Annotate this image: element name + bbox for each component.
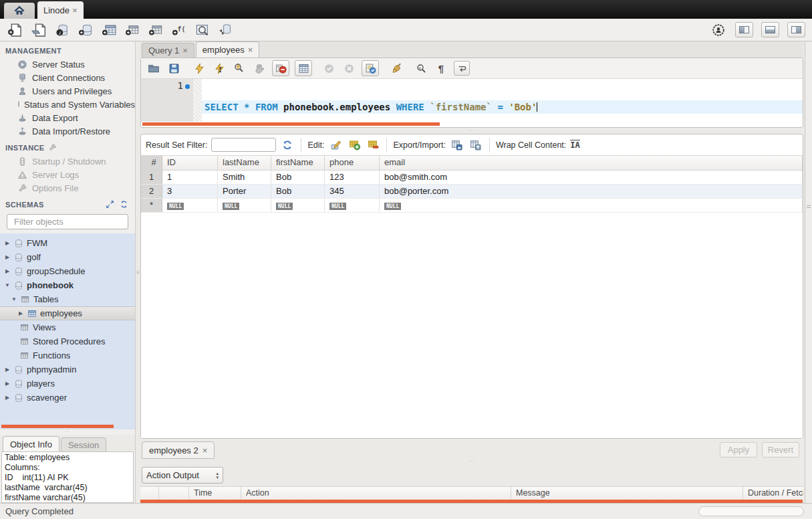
chevron-right-icon[interactable]: ▶	[17, 310, 24, 316]
refresh-schemas-icon[interactable]	[120, 200, 128, 209]
clear-editor-button[interactable]	[390, 61, 404, 76]
chevron-right-icon[interactable]: ▶	[4, 381, 11, 387]
wrap-cell-content-icon[interactable]: IA	[570, 140, 579, 150]
create-schema-button[interactable]	[77, 22, 94, 38]
word-wrap-button[interactable]	[454, 61, 470, 76]
col-header-lastname[interactable]: lastName	[218, 156, 271, 170]
sidebar-item-client-connections[interactable]: Client Connections	[0, 71, 135, 84]
reconnect-dbms-button[interactable]	[217, 22, 235, 38]
toggle-right-sidebar-button[interactable]	[787, 22, 805, 37]
connection-tab[interactable]: Linode ×	[37, 1, 84, 19]
output-col-duration[interactable]: Duration / Fetch	[743, 487, 803, 500]
sidebar-splitter-handle[interactable]: ⋯	[0, 429, 135, 435]
stop-on-error-toggle[interactable]	[272, 60, 289, 76]
close-icon[interactable]: ×	[72, 5, 78, 15]
save-button[interactable]	[166, 61, 181, 76]
output-col-message[interactable]: Message	[511, 487, 743, 500]
revert-button[interactable]: Revert	[762, 442, 799, 457]
toggle-left-sidebar-button[interactable]	[735, 22, 753, 37]
status-scrollbar-thumb[interactable]	[698, 506, 804, 516]
schema-node-golf[interactable]: ▶ golf	[0, 250, 135, 264]
search-table-data-button[interactable]	[194, 22, 211, 38]
output-splitter[interactable]: ⋯	[140, 459, 803, 464]
stop-query-button[interactable]	[252, 61, 267, 76]
execute-current-statement-button[interactable]: I	[212, 61, 227, 76]
sidebar-item-users-privileges[interactable]: Users and Privileges	[0, 84, 135, 98]
sidebar-item-options-file[interactable]: Options File	[0, 181, 135, 195]
import-records-icon[interactable]	[468, 138, 483, 152]
edit-record-icon[interactable]	[328, 138, 343, 152]
horizontal-scrollbar[interactable]	[1, 425, 114, 428]
close-icon[interactable]: ×	[248, 45, 253, 55]
sidebar-item-status-system-variables[interactable]: Status and System Variables	[0, 98, 135, 111]
sidebar-item-server-status[interactable]: Server Status	[0, 58, 135, 71]
toggle-bottom-panel-button[interactable]	[761, 22, 779, 37]
output-col-time[interactable]: Time	[189, 487, 241, 500]
rollback-button[interactable]	[342, 61, 356, 76]
col-header-firstname[interactable]: firstName	[271, 156, 325, 170]
open-sql-script-button[interactable]	[30, 22, 47, 38]
sidebar-item-data-import[interactable]: Data Import/Restore	[0, 124, 135, 138]
autocommit-toggle[interactable]	[362, 60, 379, 76]
close-icon[interactable]: ×	[182, 45, 188, 56]
schema-filter-input[interactable]	[14, 217, 132, 227]
tab-employees[interactable]: employees ×	[196, 41, 259, 58]
table-row[interactable]: 2 3 Porter Bob 345 bob@porter.com	[141, 185, 803, 199]
tab-employees-2[interactable]: employees 2 ×	[142, 441, 215, 459]
sidebar-item-server-logs[interactable]: Server Logs	[0, 168, 135, 181]
tab-object-info[interactable]: Object Info	[3, 436, 59, 451]
result-filter-input[interactable]	[211, 138, 276, 152]
chevron-right-icon[interactable]: ▶	[4, 240, 11, 246]
create-table-button[interactable]	[100, 22, 118, 38]
refresh-results-icon[interactable]	[280, 138, 295, 152]
tree-node-functions[interactable]: Functions	[0, 348, 135, 362]
collapsed-right-panel[interactable]	[805, 41, 812, 503]
chevron-down-icon[interactable]: ▼	[11, 296, 17, 302]
find-button[interactable]: A	[414, 61, 428, 76]
limit-rows-toggle[interactable]	[295, 60, 312, 76]
expand-schemas-icon[interactable]	[106, 200, 114, 209]
export-results-icon[interactable]	[450, 138, 464, 152]
code-editor[interactable]: 1 SELECT * FROM phonebook.employees WHER…	[141, 79, 803, 122]
col-header-id[interactable]: ID	[162, 156, 218, 170]
tab-query-1[interactable]: Query 1 ×	[142, 43, 194, 58]
output-col-action[interactable]: Action	[241, 487, 511, 500]
schema-node-fwm[interactable]: ▶ FWM	[0, 236, 135, 250]
tree-node-stored-procedures[interactable]: Stored Procedures	[0, 334, 135, 348]
col-header-rownum[interactable]: #	[141, 156, 162, 170]
output-type-select[interactable]: Action Output ▴▾	[142, 467, 223, 484]
chevron-right-icon[interactable]: ▶	[4, 268, 11, 274]
schema-inspector-button[interactable]: i	[53, 22, 71, 38]
create-view-button[interactable]	[124, 22, 141, 38]
schema-node-phpmyadmin[interactable]: ▶ phpmyadmin	[0, 362, 135, 377]
schema-node-players[interactable]: ▶ players	[0, 377, 135, 391]
table-row[interactable]: 1 1 Smith Bob 123 bob@smith.com	[141, 171, 803, 185]
schema-node-scavenger[interactable]: ▶ scavenger	[0, 391, 135, 405]
col-header-email[interactable]: email	[380, 156, 803, 170]
chevron-down-icon[interactable]: ▼	[4, 282, 11, 288]
tree-node-views[interactable]: Views	[0, 320, 135, 334]
tree-node-employees[interactable]: ▶ employees	[0, 306, 135, 320]
schema-node-phonebook[interactable]: ▼ phonebook	[0, 278, 135, 292]
sql-query-line[interactable]: SELECT * FROM phonebook.employees WHERE …	[202, 100, 803, 114]
tree-node-tables[interactable]: ▼ Tables	[0, 292, 135, 306]
chevron-right-icon[interactable]: ▶	[4, 254, 11, 260]
sidebar-item-data-export[interactable]: Data Export	[0, 111, 135, 124]
add-row-icon[interactable]	[347, 138, 362, 152]
editor-hscrollbar[interactable]	[141, 122, 803, 127]
vertical-splitter[interactable]: ≡	[136, 41, 140, 503]
preferences-icon[interactable]	[710, 22, 727, 38]
sidebar-item-startup-shutdown[interactable]: Startup / Shutdown	[0, 154, 135, 168]
chevron-right-icon[interactable]: ▶	[4, 395, 11, 401]
editor-result-splitter[interactable]: ⋯	[140, 128, 803, 134]
new-row[interactable]: * NULL NULL NULL NULL NULL	[141, 199, 803, 213]
create-function-button[interactable]	[170, 22, 188, 38]
apply-button[interactable]: Apply	[720, 442, 757, 457]
show-invisibles-button[interactable]: ¶	[434, 61, 448, 76]
execute-query-button[interactable]	[192, 61, 207, 76]
chevron-right-icon[interactable]: ▶	[4, 367, 11, 373]
tab-session[interactable]: Session	[61, 437, 106, 451]
home-tab[interactable]	[4, 3, 35, 19]
new-sql-tab-button[interactable]	[7, 22, 24, 38]
create-procedure-button[interactable]	[147, 22, 164, 38]
